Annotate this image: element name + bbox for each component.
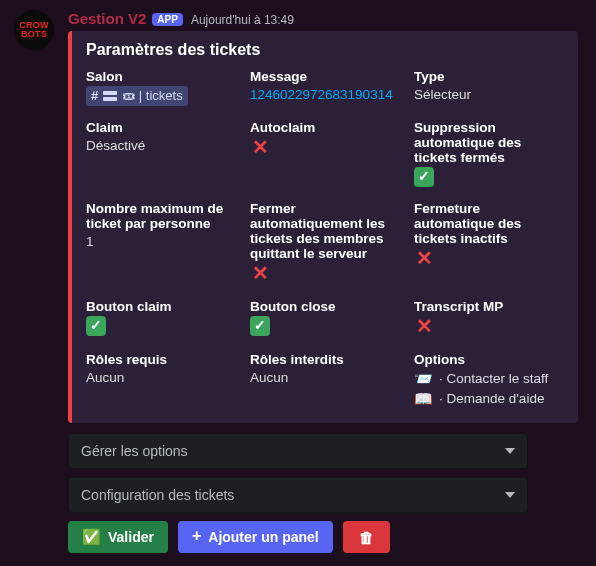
chevron-down-icon: [505, 492, 515, 498]
plus-icon: +: [192, 527, 201, 545]
select-placeholder: Configuration des tickets: [81, 487, 234, 503]
field-supp-auto: Suppression automatique des tickets ferm…: [414, 120, 564, 187]
message-components: Gérer les options Configuration des tick…: [68, 433, 528, 553]
field-salon: Salon # 🎟 | tickets: [86, 69, 236, 106]
author-name[interactable]: Gestion V2: [68, 10, 146, 27]
field-btn-close: Bouton close ✓: [250, 299, 400, 338]
button-row: ✅ Valider + Ajouter un panel 🗑: [68, 521, 528, 553]
select-placeholder: Gérer les options: [81, 443, 188, 459]
field-options: Options 📨· Contacter le staff 📖· Demande…: [414, 352, 564, 410]
field-close-leave: Fermer automatiquement les tickets des m…: [250, 201, 400, 285]
field-max: Nombre maximum de ticket par personne 1: [86, 201, 236, 285]
select-config-tickets[interactable]: Configuration des tickets: [68, 477, 528, 513]
trash-icon: 🗑: [359, 529, 374, 546]
field-autoclaim: Autoclaim ✕: [250, 120, 400, 187]
cross-icon: ✕: [250, 137, 270, 157]
check-icon: ✅: [82, 528, 101, 546]
message-header: Gestion V2 APP Aujourd'hui à 13:49: [68, 10, 582, 27]
hash-icon: #: [91, 87, 98, 105]
book-icon: 📖: [414, 389, 433, 409]
field-transcript: Transcript MP ✕: [414, 299, 564, 338]
timestamp: Aujourd'hui à 13:49: [191, 13, 294, 27]
field-close-inactive: Fermeture automatique des tickets inacti…: [414, 201, 564, 285]
channels-icon: [103, 91, 117, 101]
cross-icon: ✕: [250, 263, 270, 283]
cross-icon: ✕: [414, 316, 434, 336]
channel-mention[interactable]: # 🎟 | tickets: [86, 86, 188, 106]
check-icon: ✓: [86, 316, 106, 336]
select-manage-options[interactable]: Gérer les options: [68, 433, 528, 469]
cross-icon: ✕: [414, 248, 434, 268]
field-roles-req: Rôles requis Aucun: [86, 352, 236, 410]
envelope-icon: 📨: [414, 369, 433, 389]
avatar[interactable]: CROWBOTS: [14, 10, 54, 50]
message-content: Gestion V2 APP Aujourd'hui à 13:49 Param…: [68, 10, 582, 553]
field-roles-forbid: Rôles interdits Aucun: [250, 352, 400, 410]
message: CROWBOTS Gestion V2 APP Aujourd'hui à 13…: [0, 0, 596, 566]
embed: Paramètres des tickets Salon # 🎟 | ticke…: [68, 31, 578, 423]
delete-button[interactable]: 🗑: [343, 521, 390, 553]
message-id-link[interactable]: 1246022972683190314: [250, 86, 400, 104]
add-panel-button[interactable]: + Ajouter un panel: [178, 521, 333, 553]
embed-fields: Salon # 🎟 | tickets Message 124602297268…: [86, 69, 564, 409]
chevron-down-icon: [505, 448, 515, 454]
validate-button[interactable]: ✅ Valider: [68, 521, 168, 553]
field-btn-claim: Bouton claim ✓: [86, 299, 236, 338]
check-icon: ✓: [250, 316, 270, 336]
field-claim: Claim Désactivé: [86, 120, 236, 187]
embed-title: Paramètres des tickets: [86, 41, 564, 59]
field-type: Type Sélecteur: [414, 69, 564, 106]
bot-badge: APP: [152, 13, 183, 26]
field-message: Message 1246022972683190314: [250, 69, 400, 106]
check-icon: ✓: [414, 167, 434, 187]
